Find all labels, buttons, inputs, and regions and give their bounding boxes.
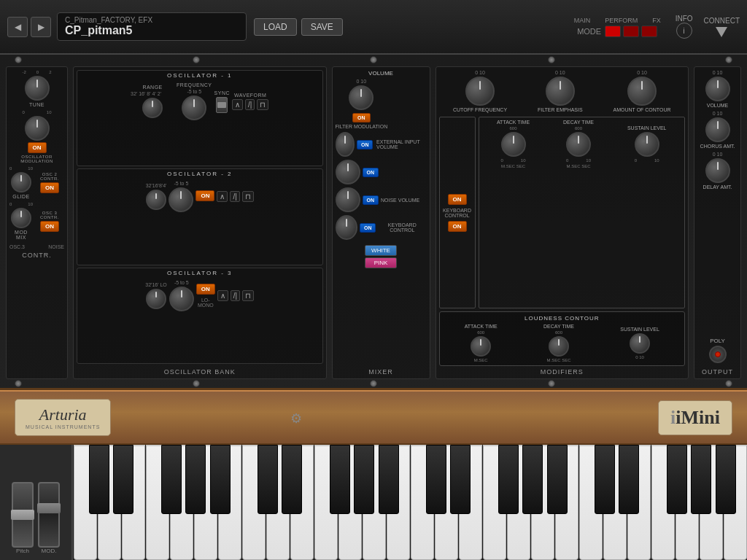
mode-led-1[interactable] (605, 26, 621, 37)
attack-msec: M.SEC SEC (501, 164, 525, 168)
output-vol-knob[interactable] (705, 77, 730, 101)
waveform-label-1: WAVEFORM (234, 93, 266, 98)
pink-noise-btn[interactable]: PINK (365, 257, 397, 268)
mixer-noise-on[interactable]: ON (363, 195, 379, 205)
prev-button[interactable]: ◀ (7, 17, 28, 37)
wave-sq-1[interactable]: ⊓ (257, 99, 268, 110)
key-as1[interactable] (210, 445, 231, 514)
osc2-freq-knob[interactable] (169, 187, 193, 212)
glide-knob[interactable] (11, 172, 31, 192)
chorus-amt-label: CHORUS AMT. (700, 144, 735, 149)
white-noise-btn[interactable]: WHITE (365, 245, 397, 256)
filter-mod-knob[interactable] (349, 85, 374, 110)
mixer-osc1-on[interactable]: ON (357, 140, 373, 149)
key-fs1[interactable] (161, 445, 182, 514)
osc2-on-btn[interactable]: ON (40, 182, 59, 193)
wave-saw-3[interactable]: /| (231, 290, 240, 301)
save-button[interactable]: SAVE (301, 18, 343, 36)
key-gs3[interactable] (522, 445, 543, 514)
key-fs3[interactable] (498, 445, 519, 514)
key-ds1[interactable] (113, 445, 133, 514)
wave-tri-2[interactable]: ∧ (217, 191, 228, 202)
key-fs2[interactable] (330, 445, 350, 514)
key-gs1[interactable] (185, 445, 206, 514)
next-button[interactable]: ▶ (31, 17, 51, 37)
wave-saw-2[interactable]: /| (230, 191, 239, 202)
mixer-kb-row: ON NOISE VOLUME (336, 187, 427, 212)
filter-emphasis-label: FILTER EMPHASIS (538, 107, 583, 112)
amount-contour-knob[interactable] (627, 77, 657, 106)
mixer-osc2-on[interactable]: ON (363, 168, 379, 177)
tune-label: TUNE (29, 102, 44, 107)
key-cs2[interactable] (258, 445, 278, 514)
osc1-sync-toggle[interactable] (216, 97, 228, 113)
filter-mod-on[interactable]: ON (352, 113, 371, 122)
mod-mix-knob[interactable] (11, 208, 31, 228)
key-cs3[interactable] (426, 445, 446, 514)
osc3-range-knob[interactable] (146, 289, 166, 309)
lc-attack-knob[interactable] (471, 336, 491, 357)
lc-sustain-knob[interactable] (630, 333, 650, 354)
osc3-freq-knob[interactable] (169, 287, 194, 311)
mod-mix-label: MOD MIX (9, 230, 33, 240)
info-section[interactable]: INFO i (676, 15, 693, 39)
filter-on-btn[interactable]: ON (448, 194, 467, 205)
key-fs4[interactable] (667, 445, 687, 514)
decay-sec: M.SEC SEC (567, 164, 591, 168)
poly-label: POLY (710, 338, 725, 344)
mixer-osc2-vol[interactable] (336, 160, 360, 184)
wave-tri-3[interactable]: ∧ (217, 290, 228, 301)
osc3-on-toggle[interactable]: ON (196, 284, 215, 295)
mode-led-2[interactable] (623, 26, 639, 37)
tune-knob[interactable] (25, 76, 50, 101)
key-gs4[interactable] (691, 445, 711, 514)
filter-emphasis-knob[interactable] (546, 77, 575, 106)
decay-knob[interactable] (566, 132, 591, 157)
osc1-freq-knob[interactable] (182, 96, 206, 120)
mod-wheel[interactable] (38, 482, 60, 548)
key-cs4[interactable] (595, 445, 615, 514)
pitch-wheel[interactable] (12, 482, 34, 548)
osc-mod-on-btn[interactable]: ON (28, 142, 47, 153)
wave-sq-2[interactable]: ⊓ (242, 191, 254, 202)
lc-decay-knob[interactable] (549, 336, 569, 357)
mixer-label: MIXER (336, 368, 427, 376)
mode-led-3[interactable] (641, 26, 657, 37)
osc1-range-knob[interactable] (142, 98, 163, 118)
key-as4[interactable] (716, 445, 736, 514)
top-bar: ◀ ▶ C_Pitman_FACTORY, EFX CP_pitman5 LOA… (0, 0, 747, 55)
load-button[interactable]: LOAD (254, 18, 297, 36)
osc-mod-knob[interactable] (25, 116, 50, 141)
key-gs2[interactable] (354, 445, 374, 514)
osc3-on-btn[interactable]: ON (40, 221, 59, 232)
osc2-range-knob[interactable] (146, 190, 166, 210)
mixer-noise-vol[interactable] (336, 187, 360, 212)
key-as2[interactable] (379, 445, 399, 514)
key-ds2[interactable] (282, 445, 302, 514)
mixer-osc3-vol[interactable] (336, 215, 358, 240)
cutoff-freq-knob[interactable] (465, 77, 495, 106)
load-save-buttons: LOAD SAVE (254, 18, 343, 36)
mod-label: MOD. (38, 548, 60, 554)
chorus-amt-knob[interactable] (705, 117, 730, 142)
delay-amt-knob[interactable] (705, 158, 730, 183)
keyboard-on-btn[interactable]: ON (448, 221, 467, 232)
mixer-kb-on[interactable]: ON (360, 223, 376, 233)
key-as3[interactable] (547, 445, 568, 514)
lc-decay-scale: M.SEC SEC (547, 358, 571, 362)
osc2-on-toggle[interactable]: ON (196, 190, 214, 201)
key-cs1[interactable] (89, 445, 109, 514)
mixer-osc1-vol[interactable] (336, 132, 355, 157)
poly-button[interactable] (709, 346, 727, 363)
osc1-title: OSCILLATOR - 1 (167, 72, 233, 79)
sustain-knob[interactable] (635, 132, 659, 157)
wave-sq-3[interactable]: ⊓ (242, 290, 254, 301)
connect-section[interactable]: CONNECT (704, 17, 740, 37)
screw-br (725, 380, 732, 387)
attack-knob[interactable] (501, 132, 526, 157)
key-ds4[interactable] (619, 445, 639, 514)
wave-tri-1[interactable]: ∧ (232, 99, 243, 110)
wave-saw-1[interactable]: /| (245, 99, 255, 110)
key-ds3[interactable] (450, 445, 471, 514)
info-icon[interactable]: i (676, 23, 692, 39)
